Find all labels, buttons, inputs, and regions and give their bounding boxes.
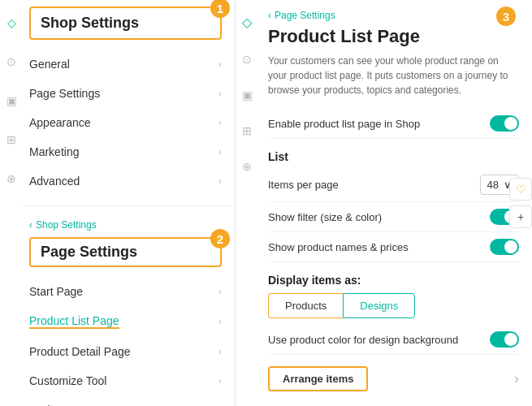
back-arrow-icon: ‹ <box>29 219 32 231</box>
products-button[interactable]: Products <box>268 293 343 318</box>
show-filter-row: Show filter (size & color) <box>268 202 519 232</box>
clock-icon-right: ⊙ <box>242 53 252 66</box>
menu-item-marketing-label: Marketing <box>29 145 79 158</box>
items-per-page-label: Items per page <box>268 179 339 191</box>
badge-3: 3 <box>496 6 516 26</box>
left-panel: ◇ ⊙ ▣ ⊞ ⊕ Shop Settings 1 General › Page… <box>0 0 236 406</box>
diamond-icon-right: ◇ <box>242 15 252 30</box>
page-menu: Start Page › Product List Page › Product… <box>23 274 235 406</box>
menu-item-customize[interactable]: Customize Tool › <box>23 366 235 395</box>
chevron-right-icon: › <box>218 286 222 297</box>
chevron-right-icon: › <box>218 117 222 128</box>
clock-icon: ⊙ <box>3 54 19 70</box>
menu-item-general[interactable]: General › <box>23 50 235 79</box>
chevron-right-icon: › <box>218 346 222 357</box>
show-filter-label: Show filter (size & color) <box>268 211 382 223</box>
use-color-label: Use product color for design background <box>268 334 458 346</box>
chevron-right-icon: › <box>218 375 222 387</box>
menu-item-appearance-label: Appearance <box>29 116 91 129</box>
shop-settings-header: Shop Settings 1 <box>29 6 222 40</box>
show-names-toggle[interactable] <box>490 239 519 255</box>
right-content: ‹ Page Settings 3 Product List Page Your… <box>262 0 532 406</box>
arrange-row: Arrange items › <box>268 358 519 400</box>
divider <box>23 205 235 206</box>
arrange-button[interactable]: Arrange items <box>268 366 368 391</box>
menu-item-product-list-label: Product List Page <box>29 314 119 329</box>
chevron-right-icon: › <box>218 58 222 70</box>
menu-item-page-settings[interactable]: Page Settings › <box>23 79 235 108</box>
page-description: Your customers can see your whole produc… <box>268 54 519 97</box>
diamond-icon: ◇ <box>3 15 19 31</box>
menu-item-marketing[interactable]: Marketing › <box>23 137 235 166</box>
breadcrumb-label: Page Settings <box>275 10 335 21</box>
chevron-right-icon: › <box>218 175 222 187</box>
designs-button[interactable]: Designs <box>343 293 415 318</box>
page-settings-header: Page Settings 2 <box>29 237 222 267</box>
enable-toggle[interactable] <box>490 115 519 132</box>
back-link[interactable]: ‹ Shop Settings <box>23 213 235 234</box>
badge-2: 2 <box>210 229 230 248</box>
chart-icon-right: ⊞ <box>242 124 252 137</box>
shirt-icon: ▣ <box>3 93 19 109</box>
enable-setting-row: Enable product list page in Shop <box>268 109 519 139</box>
page-title: Product List Page <box>268 26 519 47</box>
use-color-toggle[interactable] <box>490 331 519 348</box>
chart-icon: ⊞ <box>3 132 19 148</box>
breadcrumb: ‹ Page Settings <box>268 10 519 21</box>
breadcrumb-arrow-icon: ‹ <box>268 10 271 21</box>
back-link-label: Shop Settings <box>36 219 97 231</box>
bulb-icon: ⊕ <box>3 171 19 187</box>
left-content: Shop Settings 1 General › Page Settings … <box>23 0 235 406</box>
chevron-right-icon: › <box>218 146 222 158</box>
chevron-right-icon: › <box>218 88 222 99</box>
items-per-page-row: Items per page 48 ∨ <box>268 168 519 202</box>
menu-item-product-list[interactable]: Product List Page › <box>23 306 235 337</box>
menu-item-general-label: General <box>29 58 70 71</box>
heart-icon-btn[interactable]: ♡ <box>509 178 532 201</box>
bulb-icon-right: ⊕ <box>242 160 252 173</box>
menu-item-start-page[interactable]: Start Page › <box>23 277 235 306</box>
menu-item-product-detail[interactable]: Product Detail Page › <box>23 337 235 366</box>
display-buttons: Products Designs <box>268 293 519 318</box>
show-names-label: Show product names & prices <box>268 241 409 253</box>
shop-settings-title: Shop Settings <box>41 15 139 31</box>
show-names-row: Show product names & prices <box>268 232 519 262</box>
chevron-right-icon: › <box>218 316 222 327</box>
menu-item-advanced-label: Advanced <box>29 175 80 188</box>
page-settings-title: Page Settings <box>41 244 137 260</box>
menu-item-advanced[interactable]: Advanced › <box>23 166 235 196</box>
right-panel: ◇ ⊙ ▣ ⊞ ⊕ ♡ + ‹ Page Settings 3 Product … <box>236 0 532 406</box>
menu-item-customize-label: Customize Tool <box>29 374 106 387</box>
main-menu: General › Page Settings › Appearance › M… <box>23 46 235 199</box>
use-color-row: Use product color for design background <box>268 325 519 355</box>
display-as-title: Display items as: <box>268 274 519 287</box>
items-per-page-value: 48 <box>487 179 499 191</box>
enable-label: Enable product list page in Shop <box>268 118 420 130</box>
menu-item-appearance[interactable]: Appearance › <box>23 108 235 137</box>
floating-side-icons: ♡ + <box>509 178 532 228</box>
right-sidebar-icons: ◇ ⊙ ▣ ⊞ ⊕ <box>236 0 258 173</box>
badge-1: 1 <box>210 0 230 18</box>
shirt-icon-right: ▣ <box>242 89 253 102</box>
plus-icon-btn[interactable]: + <box>509 205 532 228</box>
menu-item-product-detail-label: Product Detail Page <box>29 345 131 358</box>
arrange-chevron-icon: › <box>514 370 519 387</box>
menu-item-page-settings-label: Page Settings <box>29 87 100 100</box>
list-section-title: List <box>268 150 519 163</box>
menu-item-start-page-label: Start Page <box>29 285 83 298</box>
menu-item-topics[interactable]: Topics › <box>23 395 235 406</box>
left-sidebar-icons: ◇ ⊙ ▣ ⊞ ⊕ <box>0 0 23 187</box>
